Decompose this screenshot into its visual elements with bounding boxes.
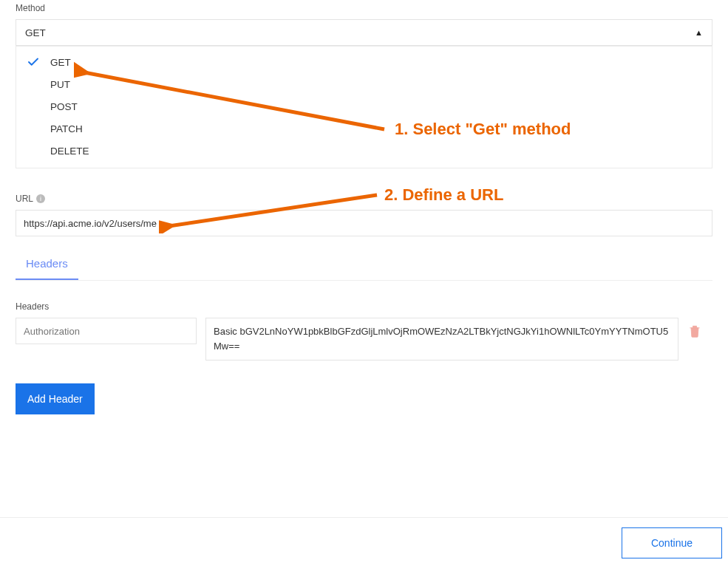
method-option-delete[interactable]: DELETE — [16, 140, 712, 162]
header-row: Basic bGV2LnNoYW1pbkBlbGFzdGljLmlvOjRmOW… — [16, 318, 712, 361]
method-select[interactable]: GET ▲ — [16, 19, 712, 46]
method-option-label: DELETE — [50, 146, 89, 157]
tab-headers[interactable]: Headers — [16, 247, 78, 280]
headers-label-text: Headers — [16, 301, 49, 312]
method-option-get[interactable]: GET — [16, 51, 712, 73]
add-header-button[interactable]: Add Header — [16, 383, 95, 414]
annotation-step2: 2. Define a URL — [384, 185, 503, 205]
continue-button[interactable]: Continue — [622, 527, 722, 558]
method-option-patch[interactable]: PATCH — [16, 117, 712, 140]
tab-label: Headers — [26, 257, 68, 270]
method-option-label: PUT — [50, 79, 70, 90]
divider — [0, 517, 728, 518]
check-icon — [27, 144, 40, 157]
method-option-post[interactable]: POST — [16, 95, 712, 117]
check-icon — [27, 55, 40, 69]
method-label: Method — [16, 3, 712, 13]
method-option-put[interactable]: PUT — [16, 73, 712, 95]
check-icon — [27, 78, 40, 91]
method-label-text: Method — [16, 3, 45, 13]
check-icon — [27, 122, 40, 135]
info-icon: i — [36, 194, 45, 203]
check-icon — [27, 100, 40, 113]
chevron-up-icon: ▲ — [695, 28, 703, 37]
tabs: Headers — [16, 248, 712, 281]
method-option-label: PATCH — [50, 123, 83, 134]
method-dropdown: GET PUT POST PATCH DELETE — [16, 46, 712, 168]
url-label-text: URL — [16, 194, 33, 204]
annotation-step1: 1. Select "Get" method — [395, 120, 571, 139]
header-value-input[interactable]: Basic bGV2LnNoYW1pbkBlbGFzdGljLmlvOjRmOW… — [205, 318, 678, 361]
url-input[interactable] — [16, 210, 712, 236]
method-option-label: POST — [50, 101, 78, 112]
method-selected-value: GET — [25, 27, 46, 38]
url-label: URL i — [16, 194, 712, 204]
trash-icon[interactable] — [687, 323, 702, 339]
headers-label: Headers — [16, 301, 712, 312]
header-key-input[interactable] — [16, 318, 197, 344]
method-option-label: GET — [50, 57, 71, 68]
